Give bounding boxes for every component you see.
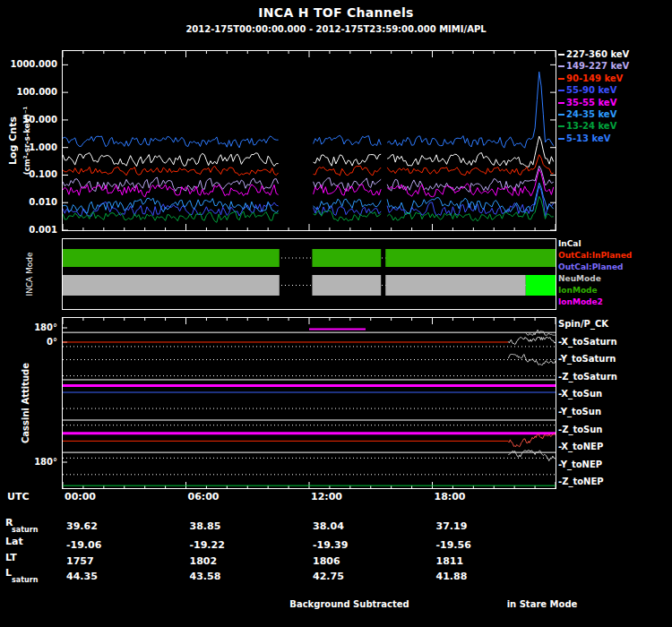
counts-legend-item: 227-360 keV (558, 49, 629, 59)
attitude-plot (63, 318, 556, 488)
utc-axis-label: UTC (7, 492, 30, 502)
ephemeris-value: 1811 (436, 556, 464, 567)
page-title: INCA H TOF Channels (0, 6, 672, 20)
ephemeris-row-label: Lat (5, 537, 23, 547)
ephemeris-row-label-sub: saturn (12, 577, 38, 585)
legend-line-sample (558, 78, 564, 80)
footer-background-subtracted: Background Subtracted (269, 599, 430, 609)
legend-line-sample (558, 90, 564, 91)
attitude-line-label: -Y_toSun (558, 407, 601, 417)
legend-label: 13-24 keV (566, 121, 616, 131)
attitude-y-tick-label: 180° (0, 322, 57, 332)
attitude-line-label: Spin/P_CK (558, 319, 608, 329)
counts-legend-item: 13-24 keV (558, 121, 616, 131)
ephemeris-value: 1802 (190, 556, 218, 567)
counts-legend-item: 35-55 keV (558, 98, 616, 107)
ephemeris-value: 38.85 (190, 521, 221, 532)
attitude-line-label: -X_toSaturn (558, 337, 617, 347)
attitude-y-tick-label: 180° (0, 457, 57, 467)
ephemeris-row-label-main: L (5, 567, 12, 579)
ephemeris-value: 38.04 (313, 521, 344, 532)
counts-plot (63, 51, 556, 230)
ephemeris-value: 1757 (66, 556, 94, 567)
ephemeris-row-label: LT (5, 553, 17, 563)
counts-legend-item: 55-90 keV (558, 85, 616, 95)
mode-legend-item: InCal (558, 240, 582, 249)
attitude-line-label: -Z_toSaturn (558, 372, 617, 382)
ephemeris-value: -19.56 (436, 540, 471, 551)
legend-label: 90-149 keV (566, 73, 623, 83)
ephemeris-value: 42.75 (313, 571, 344, 582)
attitude-y-tick-label: 0° (0, 337, 57, 347)
counts-y-tick-label: 0.100 (0, 169, 57, 179)
counts-y-tick-label: 100.000 (0, 87, 57, 97)
inca-tof-plot-screen: INCA H TOF Channels 2012-175T00:00:00.00… (0, 0, 672, 627)
counts-legend-item: 24-35 keV (558, 109, 616, 119)
legend-line-sample (558, 65, 564, 67)
ephemeris-value: 37.19 (436, 521, 468, 532)
legend-label: 149-227 keV (566, 61, 629, 71)
attitude-line-label: -Y_toNEP (558, 460, 602, 469)
mode-panel-axis-label: INCA Mode (26, 252, 35, 296)
legend-line-sample (558, 125, 564, 127)
mode-legend-item: IonMode2 (558, 298, 603, 307)
legend-line-sample (558, 102, 564, 104)
legend-label: 227-360 keV (566, 49, 629, 59)
attitude-line-label: -X_toNEP (558, 442, 603, 451)
ephemeris-row-label: Lsaturn (5, 568, 38, 585)
attitude-line-label: -Y_toSaturn (558, 354, 616, 364)
utc-tick-label: 00:00 (65, 492, 96, 502)
ephemeris-value: -19.06 (66, 540, 101, 551)
counts-y-tick-label: 1000.000 (0, 59, 57, 69)
counts-y-tick-label: 0.001 (0, 225, 57, 235)
utc-tick-label: 18:00 (435, 492, 466, 502)
ephemeris-value: 43.58 (190, 571, 221, 582)
counts-y-tick-label: 0.010 (0, 197, 57, 207)
footer-stare-mode: in Stare Mode (488, 599, 596, 609)
mode-plot (63, 239, 556, 309)
utc-tick-label: 06:00 (188, 492, 220, 502)
counts-legend-item: 90-149 keV (558, 73, 623, 83)
legend-line-sample (558, 138, 564, 140)
counts-y-tick-label: 1.000 (0, 142, 57, 152)
counts-legend-item: 149-227 keV (558, 61, 629, 71)
attitude-panel-axis-label: Cassini Attitude (21, 363, 30, 443)
legend-line-sample (558, 54, 564, 56)
ephemeris-value: 39.62 (66, 521, 98, 532)
legend-label: 24-35 keV (566, 109, 616, 119)
attitude-line-label: -Z_toSun (558, 425, 603, 434)
counts-y-tick-label: 10.000 (0, 115, 57, 125)
attitude-line-label: -X_toSun (558, 389, 602, 399)
ephemeris-value: -19.39 (313, 540, 348, 551)
legend-label: 35-55 keV (566, 98, 616, 107)
legend-line-sample (558, 114, 564, 116)
legend-label: 5-13 keV (566, 133, 610, 143)
counts-legend-item: 5-13 keV (558, 133, 610, 143)
mode-legend-item: NeuMode (558, 275, 601, 284)
utc-tick-label: 12:00 (311, 492, 342, 502)
ephemeris-value: 41.88 (436, 571, 468, 582)
ephemeris-value: 44.35 (66, 571, 98, 582)
time-range-subtitle: 2012-175T00:00:00.000 - 2012-175T23:59:0… (0, 24, 672, 34)
ephemeris-value: 1806 (313, 556, 340, 567)
attitude-line-label: -Z_toNEP (558, 477, 604, 486)
ephemeris-row-label: Rsaturn (5, 518, 38, 535)
mode-legend-item: OutCal:InPlaned (558, 252, 632, 261)
ephemeris-row-label-sub: saturn (12, 527, 38, 535)
ephemeris-row-label-main: Lat (5, 536, 23, 547)
ephemeris-value: -19.22 (190, 540, 225, 551)
legend-label: 55-90 keV (566, 85, 616, 95)
mode-legend-item: OutCal:Planed (558, 263, 623, 272)
mode-legend-item: IonMode (558, 287, 598, 296)
ephemeris-row-label-main: LT (5, 552, 17, 563)
